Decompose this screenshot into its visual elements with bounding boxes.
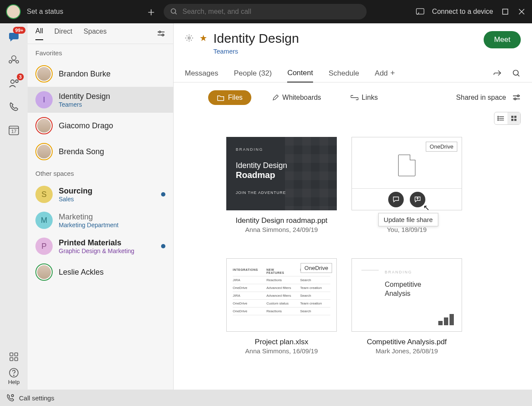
tab-all[interactable]: All: [35, 27, 43, 40]
sidebar-item-sublabel: Marketing Department: [59, 222, 119, 228]
sidebar-item-leslie[interactable]: Leslie Ackles: [28, 259, 173, 285]
tab-messages[interactable]: Messages: [185, 64, 218, 82]
file-name: Project plan.xlsx: [255, 338, 308, 346]
self-avatar[interactable]: [6, 4, 21, 19]
set-status-link[interactable]: Set a status: [27, 8, 63, 16]
update-share-button[interactable]: Update file share ↖: [410, 192, 425, 207]
new-conversation-button[interactable]: ＋: [145, 5, 158, 18]
file-card[interactable]: BRANDING Identity Design Roadmap JOIN TH…: [225, 137, 338, 233]
storage-tag: OneDrive: [301, 263, 332, 273]
calendar-nav-icon[interactable]: 17: [7, 124, 20, 136]
file-meta: Anna Simmons, 16/09/19: [245, 347, 318, 355]
file-meta: You, 18/09/19: [387, 226, 427, 233]
sidebar-item-sublabel: Teamers: [59, 101, 110, 108]
filter-icon[interactable]: [157, 31, 165, 37]
teams-nav-icon[interactable]: [7, 54, 20, 67]
team-link[interactable]: Teamers: [213, 48, 299, 55]
content-tabs: Messages People (32) Content Schedule Ad…: [174, 64, 532, 82]
search-bar[interactable]: [164, 4, 367, 19]
sidebar-item-brandon[interactable]: Brandon Burke: [28, 61, 173, 87]
star-icon[interactable]: ★: [200, 33, 207, 43]
contacts-nav-icon[interactable]: 3: [7, 77, 20, 90]
search-input[interactable]: [183, 8, 361, 16]
help-nav-icon[interactable]: Help: [7, 368, 20, 385]
svg-rect-38: [511, 119, 513, 121]
tab-content[interactable]: Content: [287, 64, 313, 82]
unread-dot: [161, 192, 165, 197]
close-icon[interactable]: [517, 7, 526, 16]
sliders-icon[interactable]: [512, 95, 521, 101]
sidebar: All Direct Spaces Favorites Brandon Burk…: [28, 23, 174, 390]
svg-point-28: [517, 95, 519, 97]
apps-nav-icon[interactable]: [7, 350, 20, 363]
svg-point-18: [13, 375, 14, 376]
file-thumbnail: BRANDING Competitive Analysis: [352, 258, 462, 332]
svg-point-10: [16, 80, 18, 82]
sidebar-item-label: Leslie Ackles: [59, 268, 104, 277]
tab-direct[interactable]: Direct: [54, 28, 73, 40]
chat-badge: 99+: [13, 27, 25, 34]
svg-rect-13: [10, 353, 13, 356]
bottombar: Call settings: [0, 390, 532, 406]
meet-button[interactable]: Meet: [484, 31, 521, 48]
tab-add[interactable]: Add+: [375, 64, 395, 82]
chat-nav-icon[interactable]: 99+: [7, 30, 20, 43]
sidebar-item-sublabel: Sales: [59, 196, 92, 203]
chip-whiteboards[interactable]: Whiteboards: [263, 90, 330, 105]
link-icon: [351, 95, 358, 100]
sidebar-item-printed-materials[interactable]: P Printed Materials Graphic Design & Mar…: [28, 233, 173, 259]
svg-line-25: [518, 74, 519, 76]
svg-rect-14: [15, 353, 18, 356]
file-card[interactable]: OneDrive Update file share ↖ Logo source…: [351, 137, 463, 233]
file-name: Identity Design roadmap.ppt: [236, 216, 328, 225]
topbar: Set a status ＋ Connect to a device: [0, 0, 532, 23]
svg-point-40: [12, 395, 14, 397]
sidebar-item-brenda[interactable]: Brenda Song: [28, 139, 173, 165]
svg-line-1: [175, 13, 177, 14]
tooltip: Update file share: [378, 213, 438, 226]
shared-label[interactable]: Shared in space: [456, 94, 506, 102]
search-content-icon[interactable]: [512, 69, 521, 78]
sidebar-item-giacomo[interactable]: Giacomo Drago: [28, 113, 173, 139]
view-toggle: [494, 112, 521, 125]
tab-people[interactable]: People (32): [234, 64, 272, 82]
file-thumbnail: OneDrive INTEGRATIONSNEW FEATURESIMPROVE…: [226, 258, 337, 332]
chip-label: Links: [362, 94, 378, 102]
gear-icon[interactable]: [185, 34, 193, 42]
sidebar-item-marketing[interactable]: M Marketing Marketing Department: [28, 207, 173, 233]
svg-point-21: [159, 31, 161, 33]
search-icon: [170, 7, 178, 16]
nav-rail: 99+ 3 17 Help: [0, 23, 28, 390]
list-view-button[interactable]: [494, 112, 507, 124]
space-avatar: M: [35, 212, 53, 229]
forward-icon[interactable]: [493, 69, 502, 78]
comment-button[interactable]: [388, 192, 404, 207]
chip-files[interactable]: Files: [208, 90, 251, 105]
sidebar-item-identity-design[interactable]: I Identity Design Teamers: [28, 87, 173, 113]
connect-device-button[interactable]: Connect to a device: [432, 8, 493, 16]
content-pane: ★ Identity Design Teamers Meet Messages …: [174, 23, 532, 390]
tab-spaces[interactable]: Spaces: [84, 28, 107, 40]
call-settings-link[interactable]: Call settings: [19, 394, 54, 402]
space-avatar: S: [35, 186, 53, 203]
sidebar-item-sourcing[interactable]: S Sourcing Sales: [28, 181, 173, 207]
file-card[interactable]: BRANDING Competitive Analysis Competitiv…: [351, 258, 463, 355]
calls-nav-icon[interactable]: [7, 100, 20, 113]
file-card[interactable]: OneDrive INTEGRATIONSNEW FEATURESIMPROVE…: [225, 258, 338, 355]
chip-links[interactable]: Links: [342, 90, 386, 105]
maximize-icon[interactable]: [501, 7, 510, 16]
folder-icon: [217, 95, 225, 101]
pencil-icon: [272, 94, 279, 101]
tab-schedule[interactable]: Schedule: [329, 64, 359, 82]
svg-point-29: [514, 98, 516, 100]
space-avatar: P: [35, 238, 53, 255]
svg-point-34: [498, 118, 499, 119]
sidebar-item-label: Brandon Burke: [59, 70, 111, 79]
chip-label: Files: [228, 94, 243, 102]
call-settings-icon[interactable]: [6, 393, 15, 402]
file-icon: [398, 155, 415, 176]
grid-view-button[interactable]: [507, 112, 520, 124]
svg-rect-3: [503, 9, 508, 14]
svg-rect-36: [511, 116, 513, 118]
svg-point-9: [11, 80, 14, 83]
